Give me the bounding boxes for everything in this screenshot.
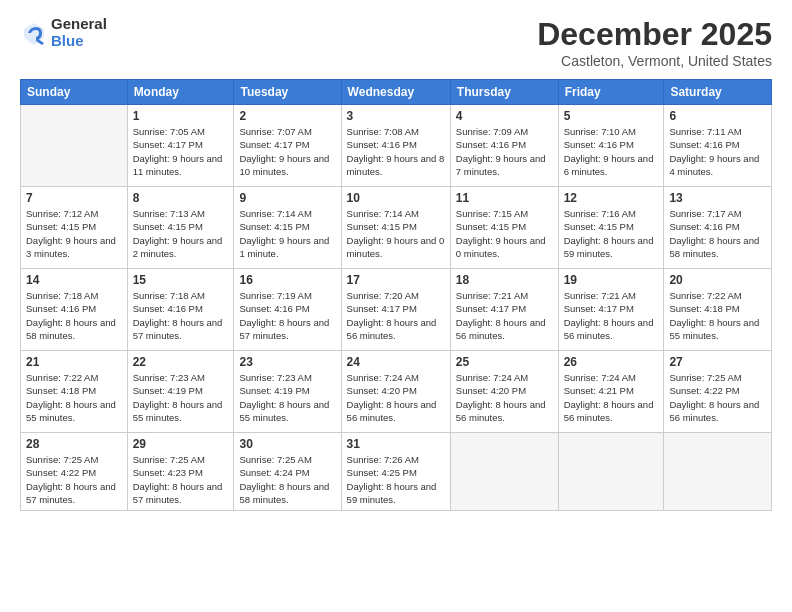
day-number: 13 (669, 191, 766, 205)
table-row: 14Sunrise: 7:18 AMSunset: 4:16 PMDayligh… (21, 269, 128, 351)
day-number: 17 (347, 273, 445, 287)
table-row: 24Sunrise: 7:24 AMSunset: 4:20 PMDayligh… (341, 351, 450, 433)
logo-text: General Blue (51, 16, 107, 49)
day-number: 2 (239, 109, 335, 123)
day-number: 16 (239, 273, 335, 287)
day-info: Sunrise: 7:22 AMSunset: 4:18 PMDaylight:… (26, 371, 122, 424)
table-row (558, 433, 664, 511)
day-info: Sunrise: 7:23 AMSunset: 4:19 PMDaylight:… (239, 371, 335, 424)
day-number: 12 (564, 191, 659, 205)
table-row: 13Sunrise: 7:17 AMSunset: 4:16 PMDayligh… (664, 187, 772, 269)
subtitle: Castleton, Vermont, United States (537, 53, 772, 69)
day-number: 5 (564, 109, 659, 123)
day-info: Sunrise: 7:07 AMSunset: 4:17 PMDaylight:… (239, 125, 335, 178)
day-info: Sunrise: 7:11 AMSunset: 4:16 PMDaylight:… (669, 125, 766, 178)
table-row: 1Sunrise: 7:05 AMSunset: 4:17 PMDaylight… (127, 105, 234, 187)
table-row: 30Sunrise: 7:25 AMSunset: 4:24 PMDayligh… (234, 433, 341, 511)
col-monday: Monday (127, 80, 234, 105)
table-row: 18Sunrise: 7:21 AMSunset: 4:17 PMDayligh… (450, 269, 558, 351)
table-row: 29Sunrise: 7:25 AMSunset: 4:23 PMDayligh… (127, 433, 234, 511)
week-row: 21Sunrise: 7:22 AMSunset: 4:18 PMDayligh… (21, 351, 772, 433)
day-info: Sunrise: 7:15 AMSunset: 4:15 PMDaylight:… (456, 207, 553, 260)
table-row: 26Sunrise: 7:24 AMSunset: 4:21 PMDayligh… (558, 351, 664, 433)
day-number: 27 (669, 355, 766, 369)
day-number: 23 (239, 355, 335, 369)
day-info: Sunrise: 7:21 AMSunset: 4:17 PMDaylight:… (564, 289, 659, 342)
table-row: 11Sunrise: 7:15 AMSunset: 4:15 PMDayligh… (450, 187, 558, 269)
day-info: Sunrise: 7:08 AMSunset: 4:16 PMDaylight:… (347, 125, 445, 178)
calendar: Sunday Monday Tuesday Wednesday Thursday… (20, 79, 772, 511)
day-number: 9 (239, 191, 335, 205)
day-info: Sunrise: 7:10 AMSunset: 4:16 PMDaylight:… (564, 125, 659, 178)
table-row: 12Sunrise: 7:16 AMSunset: 4:15 PMDayligh… (558, 187, 664, 269)
table-row: 21Sunrise: 7:22 AMSunset: 4:18 PMDayligh… (21, 351, 128, 433)
day-info: Sunrise: 7:12 AMSunset: 4:15 PMDaylight:… (26, 207, 122, 260)
day-info: Sunrise: 7:24 AMSunset: 4:21 PMDaylight:… (564, 371, 659, 424)
day-number: 3 (347, 109, 445, 123)
table-row: 19Sunrise: 7:21 AMSunset: 4:17 PMDayligh… (558, 269, 664, 351)
table-row: 23Sunrise: 7:23 AMSunset: 4:19 PMDayligh… (234, 351, 341, 433)
title-block: December 2025 Castleton, Vermont, United… (537, 16, 772, 69)
table-row: 25Sunrise: 7:24 AMSunset: 4:20 PMDayligh… (450, 351, 558, 433)
logo-blue: Blue (51, 33, 107, 50)
table-row: 3Sunrise: 7:08 AMSunset: 4:16 PMDaylight… (341, 105, 450, 187)
day-info: Sunrise: 7:24 AMSunset: 4:20 PMDaylight:… (347, 371, 445, 424)
month-title: December 2025 (537, 16, 772, 53)
table-row (450, 433, 558, 511)
table-row: 2Sunrise: 7:07 AMSunset: 4:17 PMDaylight… (234, 105, 341, 187)
day-number: 14 (26, 273, 122, 287)
day-info: Sunrise: 7:09 AMSunset: 4:16 PMDaylight:… (456, 125, 553, 178)
day-number: 10 (347, 191, 445, 205)
col-sunday: Sunday (21, 80, 128, 105)
day-info: Sunrise: 7:25 AMSunset: 4:22 PMDaylight:… (669, 371, 766, 424)
day-number: 15 (133, 273, 229, 287)
day-info: Sunrise: 7:18 AMSunset: 4:16 PMDaylight:… (26, 289, 122, 342)
day-info: Sunrise: 7:21 AMSunset: 4:17 PMDaylight:… (456, 289, 553, 342)
day-number: 31 (347, 437, 445, 451)
day-number: 29 (133, 437, 229, 451)
day-number: 28 (26, 437, 122, 451)
table-row: 22Sunrise: 7:23 AMSunset: 4:19 PMDayligh… (127, 351, 234, 433)
day-info: Sunrise: 7:16 AMSunset: 4:15 PMDaylight:… (564, 207, 659, 260)
week-row: 7Sunrise: 7:12 AMSunset: 4:15 PMDaylight… (21, 187, 772, 269)
day-number: 26 (564, 355, 659, 369)
day-number: 7 (26, 191, 122, 205)
day-info: Sunrise: 7:25 AMSunset: 4:22 PMDaylight:… (26, 453, 122, 506)
day-info: Sunrise: 7:24 AMSunset: 4:20 PMDaylight:… (456, 371, 553, 424)
week-row: 1Sunrise: 7:05 AMSunset: 4:17 PMDaylight… (21, 105, 772, 187)
day-info: Sunrise: 7:22 AMSunset: 4:18 PMDaylight:… (669, 289, 766, 342)
day-number: 6 (669, 109, 766, 123)
week-row: 28Sunrise: 7:25 AMSunset: 4:22 PMDayligh… (21, 433, 772, 511)
day-number: 20 (669, 273, 766, 287)
col-saturday: Saturday (664, 80, 772, 105)
page: General Blue December 2025 Castleton, Ve… (0, 0, 792, 612)
day-number: 30 (239, 437, 335, 451)
table-row (21, 105, 128, 187)
day-info: Sunrise: 7:23 AMSunset: 4:19 PMDaylight:… (133, 371, 229, 424)
day-info: Sunrise: 7:26 AMSunset: 4:25 PMDaylight:… (347, 453, 445, 506)
table-row: 16Sunrise: 7:19 AMSunset: 4:16 PMDayligh… (234, 269, 341, 351)
day-number: 8 (133, 191, 229, 205)
day-info: Sunrise: 7:14 AMSunset: 4:15 PMDaylight:… (239, 207, 335, 260)
day-info: Sunrise: 7:18 AMSunset: 4:16 PMDaylight:… (133, 289, 229, 342)
table-row (664, 433, 772, 511)
col-tuesday: Tuesday (234, 80, 341, 105)
table-row: 5Sunrise: 7:10 AMSunset: 4:16 PMDaylight… (558, 105, 664, 187)
table-row: 4Sunrise: 7:09 AMSunset: 4:16 PMDaylight… (450, 105, 558, 187)
table-row: 10Sunrise: 7:14 AMSunset: 4:15 PMDayligh… (341, 187, 450, 269)
day-number: 18 (456, 273, 553, 287)
day-number: 19 (564, 273, 659, 287)
day-info: Sunrise: 7:13 AMSunset: 4:15 PMDaylight:… (133, 207, 229, 260)
logo-icon (20, 19, 48, 47)
table-row: 8Sunrise: 7:13 AMSunset: 4:15 PMDaylight… (127, 187, 234, 269)
table-row: 31Sunrise: 7:26 AMSunset: 4:25 PMDayligh… (341, 433, 450, 511)
day-number: 1 (133, 109, 229, 123)
day-info: Sunrise: 7:25 AMSunset: 4:24 PMDaylight:… (239, 453, 335, 506)
day-info: Sunrise: 7:20 AMSunset: 4:17 PMDaylight:… (347, 289, 445, 342)
day-info: Sunrise: 7:17 AMSunset: 4:16 PMDaylight:… (669, 207, 766, 260)
table-row: 9Sunrise: 7:14 AMSunset: 4:15 PMDaylight… (234, 187, 341, 269)
col-wednesday: Wednesday (341, 80, 450, 105)
header-row: Sunday Monday Tuesday Wednesday Thursday… (21, 80, 772, 105)
table-row: 15Sunrise: 7:18 AMSunset: 4:16 PMDayligh… (127, 269, 234, 351)
logo-general: General (51, 16, 107, 33)
